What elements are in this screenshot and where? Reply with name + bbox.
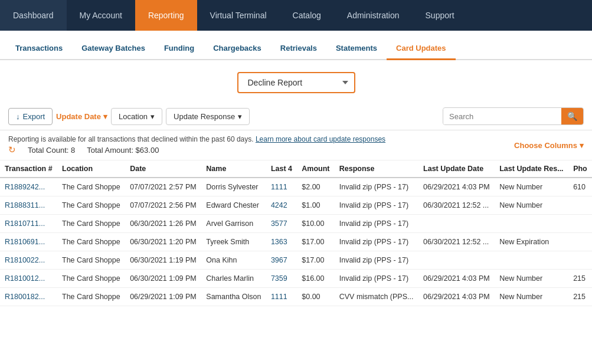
- info-bar: Reporting is available for all transacti…: [0, 130, 592, 160]
- table-cell: Invalid zip (PPS - 17): [335, 178, 418, 196]
- table-cell[interactable]: R1810691...: [0, 233, 57, 251]
- table-body: R1889242...The Card Shoppe07/07/2021 2:5…: [0, 178, 592, 306]
- table-cell: 07/07/2021 2:56 PM: [125, 196, 201, 215]
- table-cell: The Card Shoppe: [57, 233, 125, 251]
- learn-more-link[interactable]: Learn more about card update responses: [256, 135, 385, 143]
- table-cell: Ona Kihn: [201, 251, 266, 270]
- total-amount: Total Amount: $63.00: [87, 146, 159, 155]
- table-cell[interactable]: R1800182...: [0, 288, 57, 306]
- table-cell[interactable]: 3967: [266, 251, 297, 270]
- refresh-icon[interactable]: ↻: [8, 145, 16, 155]
- table-cell: $1.00: [297, 196, 334, 215]
- update-date-dropdown[interactable]: Update Date ▾: [56, 112, 107, 121]
- table-cell[interactable]: 1363: [266, 233, 297, 251]
- table-cell: 06/29/2021 4:03 PM: [418, 178, 495, 196]
- info-message: Reporting is available for all transacti…: [8, 135, 385, 143]
- table-cell: [418, 215, 495, 233]
- table-wrapper: Transaction #LocationDateNameLast 4Amoun…: [0, 160, 592, 306]
- col-last-4: Last 4: [266, 160, 297, 178]
- table-cell: [568, 215, 592, 233]
- table-cell: [495, 215, 568, 233]
- table-cell: The Card Shoppe: [57, 178, 125, 196]
- table-cell: $0.00: [297, 288, 334, 306]
- table-row: R1889242...The Card Shoppe07/07/2021 2:5…: [0, 178, 592, 196]
- table-cell: 06/30/2021 1:09 PM: [125, 270, 201, 288]
- table-cell[interactable]: 1111: [266, 288, 297, 306]
- col-last-update-date: Last Update Date: [418, 160, 495, 178]
- table-cell[interactable]: 7359: [266, 270, 297, 288]
- top-nav-item-my-account[interactable]: My Account: [67, 0, 135, 31]
- info-text: Reporting is available for all transacti…: [8, 135, 254, 143]
- location-caret: ▾: [151, 112, 155, 121]
- table-cell: $2.00: [297, 178, 334, 196]
- top-nav-item-catalog[interactable]: Catalog: [280, 0, 334, 31]
- export-icon: ↓: [16, 112, 20, 121]
- col-response: Response: [335, 160, 418, 178]
- update-response-dropdown[interactable]: Update Response ▾: [166, 108, 250, 125]
- table-cell[interactable]: 1111: [266, 178, 297, 196]
- sub-nav-item-funding[interactable]: Funding: [155, 44, 204, 60]
- table-cell: 215: [568, 288, 592, 306]
- location-label: Location: [119, 112, 148, 121]
- table-cell[interactable]: R1810711...: [0, 215, 57, 233]
- export-button[interactable]: ↓ Export: [8, 108, 53, 125]
- search-input[interactable]: [443, 109, 561, 124]
- table-cell: Arvel Garrison: [201, 215, 266, 233]
- table-cell: New Number: [495, 288, 568, 306]
- table-cell: $17.00: [297, 233, 334, 251]
- table-row: R1810012...The Card Shoppe06/30/2021 1:0…: [0, 270, 592, 288]
- table-cell: 06/30/2021 1:19 PM: [125, 251, 201, 270]
- table-cell[interactable]: 3577: [266, 215, 297, 233]
- sub-nav-item-statements[interactable]: Statements: [326, 44, 387, 60]
- col-last-update-res-: Last Update Res...: [495, 160, 568, 178]
- sub-nav: TransactionsGateway BatchesFundingCharge…: [0, 31, 592, 60]
- search-icon: 🔍: [567, 112, 577, 121]
- top-nav-item-administration[interactable]: Administration: [334, 0, 413, 31]
- col-pho: Pho: [568, 160, 592, 178]
- col-name: Name: [201, 160, 266, 178]
- top-nav-item-support[interactable]: Support: [413, 0, 467, 31]
- table-cell[interactable]: R1810012...: [0, 270, 57, 288]
- table-cell: 215: [568, 270, 592, 288]
- data-table: Transaction #LocationDateNameLast 4Amoun…: [0, 160, 592, 306]
- col-location: Location: [57, 160, 125, 178]
- table-cell: The Card Shoppe: [57, 215, 125, 233]
- table-cell: 06/30/2021 12:52 ...: [418, 196, 495, 215]
- choose-columns-button[interactable]: Choose Columns ▾: [514, 141, 584, 150]
- search-button[interactable]: 🔍: [561, 108, 583, 124]
- top-nav: DashboardMy AccountReportingVirtual Term…: [0, 0, 592, 31]
- update-response-caret: ▾: [238, 112, 242, 121]
- table-cell[interactable]: 4242: [266, 196, 297, 215]
- report-selector[interactable]: Decline ReportUpdate Report: [237, 72, 355, 93]
- table-cell: [568, 233, 592, 251]
- table-cell: CVV mismatch (PPS...: [335, 288, 418, 306]
- table-cell: $17.00: [297, 251, 334, 270]
- sub-nav-item-gateway-batches[interactable]: Gateway Batches: [72, 44, 155, 60]
- table-cell[interactable]: R1810022...: [0, 251, 57, 270]
- sub-nav-item-transactions[interactable]: Transactions: [6, 44, 72, 60]
- table-cell[interactable]: R1888311...: [0, 196, 57, 215]
- sub-nav-item-card-updates[interactable]: Card Updates: [387, 44, 456, 60]
- sub-nav-item-chargebacks[interactable]: Chargebacks: [204, 44, 271, 60]
- top-nav-item-dashboard[interactable]: Dashboard: [0, 0, 67, 31]
- col-transaction-: Transaction #: [0, 160, 57, 178]
- table-cell: 06/29/2021 4:03 PM: [418, 288, 495, 306]
- table-cell[interactable]: R1889242...: [0, 178, 57, 196]
- top-nav-item-virtual-terminal[interactable]: Virtual Terminal: [197, 0, 280, 31]
- table-cell: $10.00: [297, 215, 334, 233]
- table-cell: New Expiration: [495, 233, 568, 251]
- sub-nav-item-retrievals[interactable]: Retrievals: [271, 44, 326, 60]
- top-nav-item-reporting[interactable]: Reporting: [135, 0, 197, 31]
- totals-row: ↻ Total Count: 8 Total Amount: $63.00: [8, 145, 385, 155]
- table-cell: The Card Shoppe: [57, 288, 125, 306]
- table-cell: Invalid zip (PPS - 17): [335, 196, 418, 215]
- table-cell: The Card Shoppe: [57, 270, 125, 288]
- table-row: R1888311...The Card Shoppe07/07/2021 2:5…: [0, 196, 592, 215]
- table-cell: [418, 251, 495, 270]
- table-row: R1800182...The Card Shoppe06/29/2021 1:0…: [0, 288, 592, 306]
- location-dropdown[interactable]: Location ▾: [111, 108, 162, 125]
- table-cell: Tyreek Smith: [201, 233, 266, 251]
- table-cell: 610: [568, 178, 592, 196]
- update-date-caret: ▾: [103, 112, 107, 121]
- table-cell: 07/07/2021 2:57 PM: [125, 178, 201, 196]
